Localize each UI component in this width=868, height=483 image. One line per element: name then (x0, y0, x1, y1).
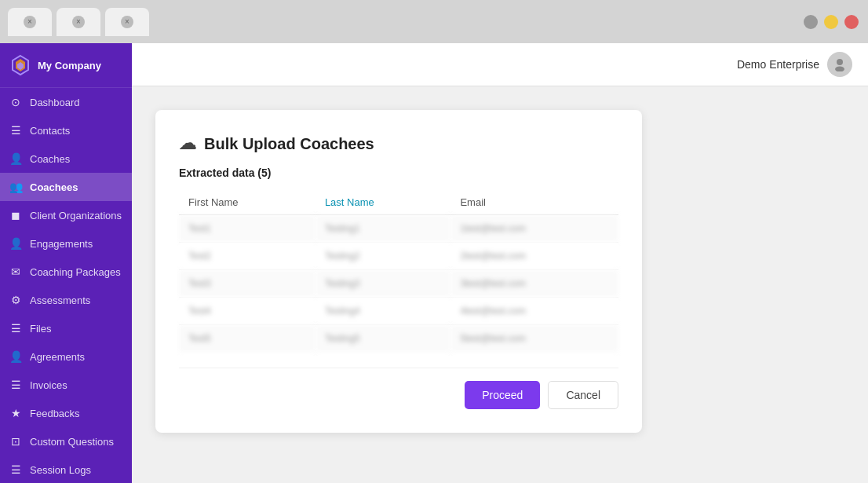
coaches-icon: 👤 (9, 152, 22, 165)
sidebar-label-coachees: Coachees (30, 181, 78, 193)
proceed-button[interactable]: Proceed (465, 381, 540, 409)
coachees-icon: 👥 (9, 181, 22, 193)
files-icon: ☰ (9, 322, 22, 335)
cell-last_name: Testing3 (315, 270, 451, 298)
cell-first_name: Test5 (179, 325, 315, 353)
sidebar-item-files[interactable]: ☰Files (0, 314, 132, 342)
sidebar: My Company ⊙Dashboard☰Contacts👤Coaches👥C… (0, 43, 132, 483)
cell-last_name: Testing1 (315, 215, 451, 243)
sidebar-label-invoices: Invoices (30, 379, 67, 391)
sidebar-label-custom-questions: Custom Questions (30, 436, 114, 448)
cell-email: 2test@test.com (450, 243, 618, 270)
col-email: Email (450, 190, 618, 215)
sidebar-label-client-orgs: Client Organizations (30, 210, 122, 221)
sidebar-label-contacts: Contacts (30, 125, 70, 137)
sidebar-nav: ⊙Dashboard☰Contacts👤Coaches👥Coachees◼Cli… (0, 88, 132, 483)
app-container: My Company ⊙Dashboard☰Contacts👤Coaches👥C… (0, 43, 868, 483)
client-orgs-icon: ◼ (9, 209, 22, 221)
sidebar-label-session-logs: Session Logs (30, 464, 91, 476)
sidebar-item-feedbacks[interactable]: ★Feedbacks (0, 399, 132, 427)
tab-close-3[interactable]: × (121, 16, 133, 28)
sidebar-label-feedbacks: Feedbacks (30, 408, 80, 419)
coachees-table: First Name Last Name Email Test1Testing1… (179, 190, 618, 352)
col-first-name: First Name (179, 190, 315, 215)
sidebar-item-dashboard[interactable]: ⊙Dashboard (0, 88, 132, 116)
table-body: Test1Testing11test@test.comTest2Testing2… (179, 215, 618, 353)
feedbacks-icon: ★ (9, 407, 22, 419)
browser-tab-1[interactable]: × (8, 8, 52, 36)
tab-close-2[interactable]: × (72, 16, 85, 28)
sidebar-item-invoices[interactable]: ☰Invoices (0, 371, 132, 399)
sidebar-item-coaching-packages[interactable]: ✉Coaching Packages (0, 258, 132, 286)
coaching-packages-icon: ✉ (9, 265, 22, 278)
table-row: Test5Testing55test@test.com (179, 325, 618, 353)
dashboard-icon: ⊙ (9, 96, 22, 108)
sidebar-label-engagements: Engagements (30, 238, 93, 250)
sidebar-item-assessments[interactable]: ⚙Assessments (0, 286, 132, 314)
sidebar-label-assessments: Assessments (30, 295, 90, 306)
sidebar-item-client-orgs[interactable]: ◼Client Organizations (0, 201, 132, 229)
sidebar-logo[interactable]: My Company (0, 43, 132, 88)
user-menu[interactable]: Demo Enterprise (737, 52, 852, 77)
table-row: Test2Testing22test@test.com (179, 243, 618, 270)
tab-close-1[interactable]: × (24, 16, 36, 28)
cancel-button[interactable]: Cancel (548, 381, 618, 409)
logo-icon (9, 54, 31, 76)
table-header: First Name Last Name Email (179, 190, 618, 215)
minimize-button[interactable] (804, 15, 818, 29)
cell-email: 3test@test.com (450, 270, 618, 298)
sidebar-label-files: Files (30, 323, 51, 335)
browser-tab-3[interactable]: × (105, 8, 149, 36)
cell-email: 1test@test.com (450, 215, 618, 243)
main-content: Demo Enterprise ☁ Bulk Upload Coachees E… (132, 43, 868, 483)
cell-first_name: Test3 (179, 270, 315, 298)
cell-last_name: Testing2 (315, 243, 451, 270)
col-last-name: Last Name (315, 190, 451, 215)
cell-email: 5test@test.com (450, 325, 618, 353)
user-avatar (827, 52, 852, 77)
close-button[interactable] (844, 15, 859, 29)
sidebar-item-coachees[interactable]: 👥Coachees (0, 173, 132, 201)
sidebar-item-engagements[interactable]: 👤Engagements (0, 229, 132, 258)
engagements-icon: 👤 (9, 237, 22, 250)
modal-title-text: Bulk Upload Coachees (204, 135, 374, 153)
contacts-icon: ☰ (9, 124, 22, 137)
table-row: Test3Testing33test@test.com (179, 270, 618, 298)
invoices-icon: ☰ (9, 379, 22, 391)
cell-first_name: Test4 (179, 298, 315, 325)
company-name: My Company (38, 60, 101, 71)
cloud-upload-icon: ☁ (179, 134, 196, 154)
extracted-data-label: Extracted data (5) (179, 166, 618, 179)
table-header-row: First Name Last Name Email (179, 190, 618, 215)
svg-point-3 (837, 59, 843, 65)
cell-first_name: Test1 (179, 215, 315, 243)
sidebar-label-coaching-packages: Coaching Packages (30, 266, 121, 278)
cell-first_name: Test2 (179, 243, 315, 270)
browser-tab-2[interactable]: × (57, 8, 100, 36)
app-header: Demo Enterprise (132, 43, 868, 86)
agreements-icon: 👤 (9, 350, 22, 363)
sidebar-label-coaches: Coaches (30, 153, 70, 165)
modal-actions: Proceed Cancel (179, 368, 618, 409)
page-body: ☁ Bulk Upload Coachees Extracted data (5… (132, 86, 868, 483)
sidebar-item-custom-questions[interactable]: ⊡Custom Questions (0, 427, 132, 456)
table-row: Test1Testing11test@test.com (179, 215, 618, 243)
sidebar-label-dashboard: Dashboard (30, 97, 80, 108)
sidebar-item-coaches[interactable]: 👤Coaches (0, 145, 132, 173)
session-logs-icon: ☰ (9, 463, 22, 476)
sidebar-item-agreements[interactable]: 👤Agreements (0, 342, 132, 371)
sidebar-item-contacts[interactable]: ☰Contacts (0, 116, 132, 145)
cell-last_name: Testing4 (315, 298, 451, 325)
svg-point-4 (835, 67, 844, 72)
browser-chrome: × × × (0, 0, 868, 43)
assessments-icon: ⚙ (9, 294, 22, 306)
bulk-upload-modal: ☁ Bulk Upload Coachees Extracted data (5… (155, 110, 642, 433)
cell-last_name: Testing5 (315, 325, 451, 353)
cell-email: 4test@test.com (450, 298, 618, 325)
sidebar-label-agreements: Agreements (30, 351, 85, 363)
custom-questions-icon: ⊡ (9, 435, 22, 448)
sidebar-item-session-logs[interactable]: ☰Session Logs (0, 456, 132, 483)
maximize-button[interactable] (824, 15, 838, 29)
window-controls (804, 15, 859, 29)
user-name: Demo Enterprise (737, 58, 819, 71)
